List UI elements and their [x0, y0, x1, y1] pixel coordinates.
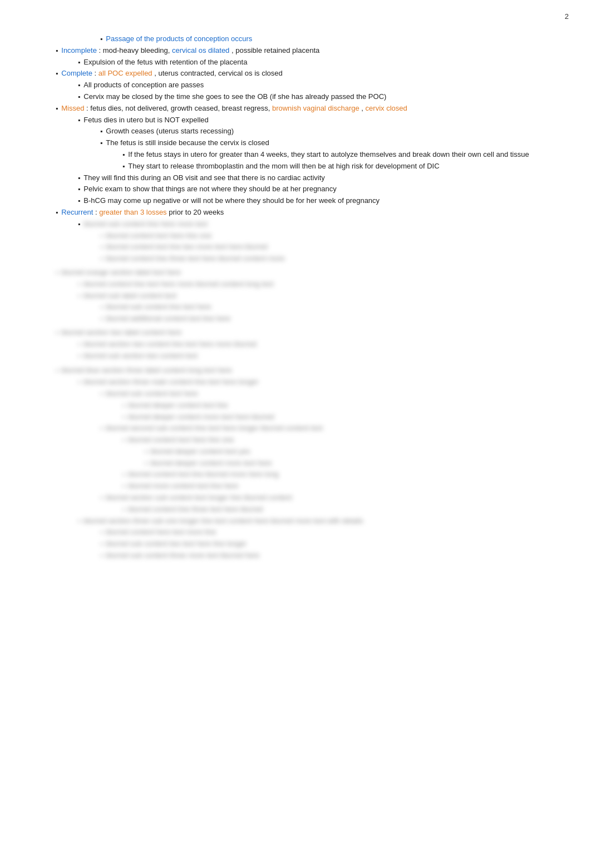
bullet-icon: ▪ [78, 219, 80, 230]
bullet-icon: ▪ [100, 34, 102, 44]
bullet-icon: ▪ [78, 115, 80, 126]
bullet-icon: ▪ [100, 302, 102, 313]
bullet-icon: ▪ [100, 314, 102, 324]
list-item: ▪ blurred additional content text line h… [45, 313, 558, 325]
bullet-icon: ▪ [100, 126, 102, 137]
recurrent-suffix: prior to 20 weeks [169, 208, 224, 216]
blurred-section-1: ▪ blurred orange section label text here [45, 267, 558, 279]
bullet-icon: ▪ [122, 400, 125, 411]
bullet-icon: ▪ [78, 57, 80, 68]
bullet-icon: ▪ [78, 92, 80, 102]
list-item: ▪ blurred content here text more line [45, 527, 558, 538]
blurred-text: blurred section two content line text he… [83, 339, 257, 350]
bullet-icon: ▪ [122, 435, 125, 445]
page-number: 2 [565, 11, 569, 23]
blurred-text: blurred content line three text here blu… [128, 504, 263, 515]
bullet-icon: ▪ [122, 150, 125, 160]
incomplete-suffix: : mod-heavy bleeding, [98, 46, 172, 54]
list-item: ▪ Fetus dies in utero but is NOT expelle… [45, 115, 558, 126]
bullet-icon: ▪ [56, 207, 58, 218]
list-item: ▪ blurred content text here line one [45, 434, 558, 446]
list-item: ▪ blurred deeper content more text here … [45, 411, 558, 423]
bullet-icon: ▪ [78, 80, 80, 91]
bullet-icon: ▪ [122, 412, 125, 423]
bullet-icon: ▪ [145, 458, 147, 469]
greater-than-losses: greater than 3 losses [99, 208, 166, 216]
blurred-text: blurred content text line blurred more h… [128, 469, 278, 480]
blurred-text: blurred additional content text line her… [106, 313, 230, 325]
bullet-icon: ▪ [145, 447, 147, 457]
bullet-icon: ▪ [100, 254, 102, 264]
bullet-icon: ▪ [56, 328, 58, 338]
incomplete-line: Incomplete : mod-heavy bleeding, cervica… [61, 45, 319, 57]
bullet-icon: ▪ [122, 481, 125, 492]
growth-ceases: Growth ceases (uterus starts recessing) [106, 126, 234, 137]
blurred-text: blurred deeper content text yes [150, 446, 250, 458]
missed-item: ▪ Missed : fetus dies, not delivered, gr… [45, 103, 558, 115]
list-item: ▪ The fetus is still inside because the … [45, 137, 558, 149]
expulsion-text: Expulsion of the fetus with retention of… [83, 57, 247, 68]
bullet-icon: ▪ [100, 539, 102, 549]
cervix-closed: cervix closed [366, 104, 407, 112]
blurred-text: blurred section three sub one longer lin… [83, 515, 363, 527]
bhcg-text: B-hCG may come up negative or will not b… [83, 195, 380, 207]
passage-text: Passage of the products of conception oc… [106, 33, 252, 45]
bullet-icon: ▪ [122, 504, 125, 515]
bullet-icon: ▪ [78, 291, 80, 301]
complete-line: Complete : all POC expelled , uterus con… [61, 68, 282, 80]
blurred-text: blurred sub section two content text [83, 350, 198, 362]
bullet-icon: ▪ [122, 161, 125, 172]
list-item: ▪ If the fetus stays in utero for greate… [45, 149, 558, 161]
bullet-icon: ▪ [78, 516, 80, 527]
blurred-label-3: blurred blue section three label content… [61, 365, 232, 376]
list-item: ▪ blurred content line three text here b… [45, 504, 558, 515]
list-item: ▪ blurred section three main content lin… [45, 376, 558, 388]
all-poc-expelled: all POC expelled [98, 69, 152, 77]
blurred-section-2: ▪ blurred section two label content here [45, 327, 558, 339]
bullet-icon: ▪ [56, 267, 58, 278]
blurred-text: blurred deeper content text line [128, 400, 228, 411]
cardiac-activity: They will find this during an OB visit a… [83, 172, 325, 184]
bullet-icon: ▪ [100, 231, 102, 241]
blurred-text: blurred sub content line text here [106, 301, 211, 313]
bullet-icon: ▪ [56, 46, 58, 56]
list-item: ▪ blurred deeper content more text here [45, 458, 558, 469]
bullet-icon: ▪ [100, 242, 102, 252]
main-content: ▪ Passage of the products of conception … [45, 33, 558, 562]
list-item: ▪ blurred section two content line text … [45, 339, 558, 350]
list-item: ▪ They start to release thromboplastin a… [45, 161, 558, 172]
list-item: ▪ blurred section sub content text longe… [45, 492, 558, 504]
list-item: ▪ blurred sub content text here [45, 388, 558, 400]
list-item: ▪ blurred content line three text here b… [45, 253, 558, 265]
list-item: ▪ blurred second sub content line text h… [45, 423, 558, 434]
blurred-text: blurred sub content three more text blur… [106, 550, 259, 562]
pelvic-exam: Pelvic exam to show that things are not … [83, 183, 337, 195]
list-item: ▪ Pelvic exam to show that things are no… [45, 183, 558, 195]
bullet-icon: ▪ [100, 138, 102, 148]
complete-colon: : [95, 69, 98, 77]
list-item: ▪ blurred content text line two more tex… [45, 241, 558, 253]
missed-sub1: Fetus dies in utero but is NOT expelled [83, 115, 209, 126]
missed-colon: : fetus dies, not delivered, growth ceas… [86, 104, 272, 112]
blurred-text: blurred deeper content more text here bl… [128, 411, 274, 423]
complete-label: Complete [61, 69, 92, 77]
bullet-icon: ▪ [78, 377, 80, 388]
missed-sep: , [361, 104, 365, 112]
list-item: ▪ blurred sub content line text here [45, 301, 558, 313]
bullet-icon: ▪ [100, 527, 102, 538]
list-item: ▪ All products of conception are passes [45, 80, 558, 91]
blurred-text-1: blurred sub content line here more text [83, 219, 208, 230]
list-item: ▪ Cervix may be closed by the time she g… [45, 91, 558, 103]
list-item: ▪ Passage of the products of conception … [45, 33, 558, 45]
blurred-text: blurred sub label content text [83, 290, 176, 302]
blurred-text: blurred section three main content line … [83, 376, 258, 388]
blurred-label-1: blurred orange section label text here [61, 267, 181, 279]
list-item: ▪ blurred sub section two content text [45, 350, 558, 362]
bullet-icon: ▪ [122, 469, 125, 480]
thromboplastin-text: They start to release thromboplastin and… [128, 161, 439, 172]
list-item: ▪ blurred deeper content text line [45, 400, 558, 411]
list-item: ▪ Expulsion of the fetus with retention … [45, 57, 558, 68]
blurred-text: blurred sub content text here [106, 388, 198, 400]
incomplete-suffix2: , possible retained placenta [232, 46, 319, 54]
complete-sub2: Cervix may be closed by the time she goe… [83, 91, 386, 103]
